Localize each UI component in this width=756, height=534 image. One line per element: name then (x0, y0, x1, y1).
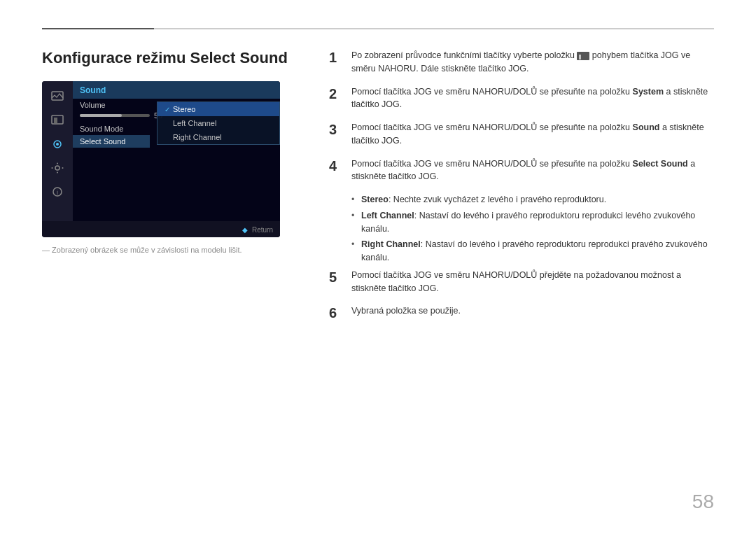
top-rules (42, 28, 714, 29)
step-4-text: Pomocí tlačítka JOG ve směru NAHORU/DOLŮ… (351, 157, 714, 184)
left-column: Konfigurace režimu Select Sound (42, 49, 301, 331)
submenu-item-rightchannel: ✓ Right Channel (158, 130, 279, 144)
check-mark: ✓ (164, 106, 170, 113)
monitor-mockup: i Sound (42, 81, 280, 237)
icon-info: i (46, 182, 69, 202)
page-title: Konfigurace režimu Select Sound (42, 49, 301, 67)
icon-sound (46, 134, 69, 154)
return-dot: ◆ (242, 226, 248, 234)
svg-rect-2 (54, 118, 57, 123)
icon-picture (46, 87, 69, 106)
step-4: 4 Pomocí tlačítka JOG ve směru NAHORU/DO… (329, 157, 714, 184)
step-6: 6 Vybraná položka se použije. (329, 304, 714, 321)
menu-left-panel: Volume 50 (73, 99, 150, 148)
menu-right-panel: ✓ Stereo ✓ Left Channel ✓ (150, 99, 280, 148)
svg-point-5 (55, 166, 59, 170)
return-label: Return (252, 226, 273, 234)
leftchannel-label: Left Channel (173, 119, 216, 127)
rule-dark (42, 28, 154, 29)
step-2-text: Pomocí tlačítka JOG ve směru NAHORU/DOLŮ… (351, 85, 714, 112)
step-1-text: Po zobrazení průvodce funkčními tlačítky… (351, 49, 714, 76)
menu-area: Sound Volume (73, 81, 280, 221)
volume-bar-row: 50 (73, 111, 150, 122)
step-2: 2 Pomocí tlačítka JOG ve směru NAHORU/DO… (329, 85, 714, 112)
monitor-bottom: ◆ Return (42, 221, 280, 237)
submenu: ✓ Stereo ✓ Left Channel ✓ (157, 101, 280, 145)
volume-bar (80, 114, 150, 117)
bullet-rightchannel: Right Channel: Nastaví do levého i pravé… (351, 238, 714, 265)
bullet-leftchannel: Left Channel: Nastaví do levého i pravéh… (351, 209, 714, 236)
step-6-text: Vybraná položka se použije. (351, 304, 714, 318)
svg-point-7 (57, 172, 58, 174)
step-3: 3 Pomocí tlačítka JOG ve směru NAHORU/DO… (329, 121, 714, 148)
bullet-stereo: Stereo: Nechte zvuk vycházet z levého i … (351, 193, 714, 206)
footnote: ― Zobrazený obrázek se může v závislosti… (42, 246, 301, 254)
return-text: ◆ Return (242, 226, 273, 234)
volume-label: Volume (80, 101, 143, 109)
main-content: Konfigurace režimu Select Sound (42, 49, 714, 331)
monitor-inner: i Sound (42, 81, 280, 221)
rule-light (154, 28, 714, 29)
step-4-num: 4 (329, 157, 343, 174)
submenu-item-leftchannel: ✓ Left Channel (158, 116, 279, 130)
submenu-item-stereo: ✓ Stereo (158, 102, 279, 116)
step-5: 5 Pomocí tlačítka JOG ve směru NAHORU/DO… (329, 269, 714, 295)
step-3-text: Pomocí tlačítka JOG ve směru NAHORU/DOLŮ… (351, 121, 714, 148)
step-1-num: 1 (329, 49, 343, 66)
step-3-num: 3 (329, 121, 343, 138)
menu-rows: Volume 50 (73, 99, 280, 148)
right-column: 1 Po zobrazení průvodce funkčními tlačít… (329, 49, 714, 331)
menu-item-selectsound: Select Sound (73, 135, 150, 148)
step-2-num: 2 (329, 85, 343, 102)
svg-point-9 (62, 167, 64, 169)
svg-point-6 (57, 163, 58, 164)
soundmode-label: Sound Mode (80, 125, 143, 133)
svg-point-4 (56, 143, 59, 146)
step-6-num: 6 (329, 304, 343, 321)
selectsound-label: Select Sound (80, 137, 143, 146)
step-1: 1 Po zobrazení průvodce funkčními tlačít… (329, 49, 714, 76)
rightchannel-label: Right Channel (173, 133, 222, 141)
svg-point-8 (52, 167, 53, 169)
svg-text:i: i (57, 189, 58, 196)
menu-header: Sound (73, 81, 280, 99)
icon-settings (46, 158, 69, 178)
volume-fill (80, 114, 122, 117)
stereo-label: Stereo (173, 105, 195, 113)
bullet-list: Stereo: Nechte zvuk vycházet z levého i … (351, 193, 714, 265)
icon-brightness (46, 111, 69, 130)
step-5-num: 5 (329, 269, 343, 286)
menu-item-volume: Volume (73, 99, 150, 111)
step-5-text: Pomocí tlačítka JOG ve směru NAHORU/DOLŮ… (351, 269, 714, 295)
sidebar-icons: i (42, 81, 73, 221)
page-number: 58 (692, 491, 714, 513)
menu-header-text: Sound (80, 85, 106, 95)
menu-item-soundmode: Sound Mode (73, 122, 150, 135)
